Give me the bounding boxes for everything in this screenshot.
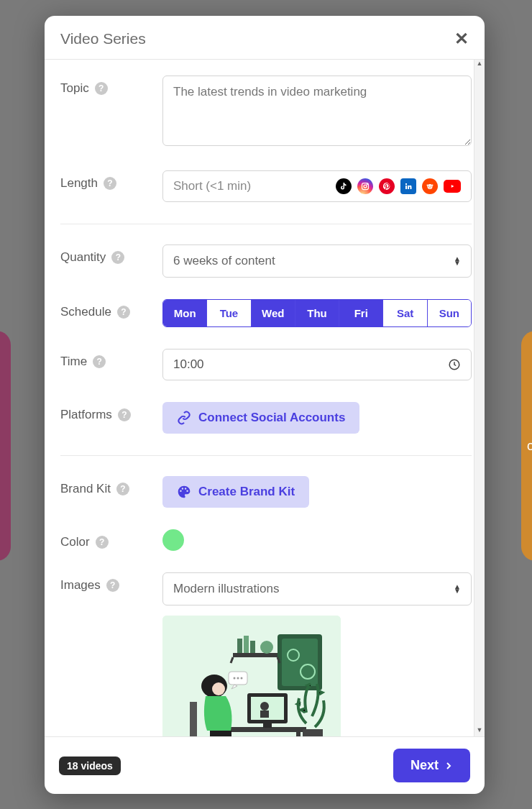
illustration-preview <box>162 616 341 736</box>
schedule-label: Schedule <box>60 305 111 319</box>
modal-footer: 18 videos Next <box>45 736 485 794</box>
svg-rect-21 <box>296 732 301 736</box>
color-label: Color <box>60 535 90 549</box>
help-icon[interactable]: ? <box>118 408 131 421</box>
svg-point-3 <box>428 184 433 189</box>
row-images: Images ? Modern illustrations ▲▼ <box>60 572 472 736</box>
row-color: Color ? <box>60 529 472 551</box>
help-icon[interactable]: ? <box>93 355 106 368</box>
svg-rect-24 <box>263 723 272 728</box>
svg-point-37 <box>237 677 239 680</box>
quantity-select[interactable]: 6 weeks of content ▲▼ <box>162 244 472 278</box>
tiktok-icon <box>336 178 352 194</box>
help-icon[interactable]: ? <box>96 536 109 549</box>
modal-header: Video Series ✕ <box>45 16 485 60</box>
row-topic: Topic ? The latest trends in video marke… <box>60 76 472 149</box>
select-chevron-icon: ▲▼ <box>454 585 461 593</box>
instagram-icon <box>357 178 373 194</box>
modal-title: Video Series <box>60 30 146 47</box>
images-select[interactable]: Modern illustrations ▲▼ <box>162 572 472 605</box>
row-brandkit: Brand Kit ? Create Brand Kit <box>60 476 472 508</box>
svg-rect-19 <box>220 727 306 732</box>
svg-point-36 <box>234 677 236 680</box>
linkedin-icon <box>400 178 416 194</box>
day-toggle-sun[interactable]: Sun <box>428 300 471 326</box>
quantity-label: Quantity <box>60 250 106 265</box>
background-card-left <box>0 331 11 561</box>
row-platforms: Platforms ? Connect Social Accounts <box>60 402 472 434</box>
social-icons <box>336 178 461 194</box>
svg-point-2 <box>367 184 367 185</box>
divider <box>60 224 472 224</box>
create-brand-kit-button[interactable]: Create Brand Kit <box>162 476 309 508</box>
day-toggle-fri[interactable]: Fri <box>339 300 383 326</box>
help-icon[interactable]: ? <box>106 579 119 592</box>
background-card-right: ou <box>521 331 532 561</box>
row-quantity: Quantity ? 6 weeks of content ▲▼ <box>60 244 472 278</box>
scroll-up-arrow[interactable]: ▲ <box>474 60 485 70</box>
day-toggle-sat[interactable]: Sat <box>383 300 427 326</box>
length-value: Short (<1 min) <box>173 179 251 193</box>
help-icon[interactable]: ? <box>95 82 108 95</box>
time-label: Time <box>60 355 87 369</box>
day-toggle-mon[interactable]: Mon <box>163 300 207 326</box>
video-count-badge: 18 videos <box>59 757 121 775</box>
next-button[interactable]: Next <box>393 749 470 782</box>
svg-rect-16 <box>244 636 249 653</box>
topic-textarea[interactable]: The latest trends in video marketing <box>162 76 472 146</box>
link-icon <box>177 411 191 425</box>
day-toggle-thu[interactable]: Thu <box>295 300 339 326</box>
select-chevron-icon: ▲▼ <box>454 257 461 265</box>
day-toggle-wed[interactable]: Wed <box>252 300 295 326</box>
clock-icon <box>448 358 461 371</box>
day-toggle-tue[interactable]: Tue <box>207 300 251 326</box>
chevron-right-icon <box>444 761 453 771</box>
svg-point-7 <box>431 186 431 186</box>
platforms-label: Platforms <box>60 408 112 422</box>
svg-point-38 <box>241 677 243 680</box>
color-swatch[interactable] <box>162 529 184 551</box>
svg-rect-11 <box>282 639 318 686</box>
time-value: 10:00 <box>173 357 204 372</box>
modal-body: ▲ ▼ Topic ? The latest trends in video m… <box>45 60 485 736</box>
svg-rect-26 <box>260 710 269 718</box>
youtube-icon <box>444 180 461 193</box>
help-icon[interactable]: ? <box>104 177 116 190</box>
svg-point-1 <box>364 185 367 188</box>
svg-rect-15 <box>237 639 242 653</box>
length-label: Length <box>60 176 98 191</box>
quantity-value: 6 weeks of content <box>173 254 275 268</box>
palette-icon <box>177 485 191 499</box>
help-icon[interactable]: ? <box>117 306 130 319</box>
scrollbar-track[interactable]: ▲ ▼ <box>474 60 485 736</box>
row-schedule: Schedule ? MonTueWedThuFriSatSun <box>60 299 472 327</box>
help-icon[interactable]: ? <box>116 483 129 495</box>
row-length: Length ? Short (<1 min) <box>60 170 472 202</box>
svg-rect-29 <box>210 731 231 736</box>
reddit-icon <box>422 178 438 194</box>
connect-social-accounts-button[interactable]: Connect Social Accounts <box>162 402 359 434</box>
svg-point-28 <box>212 682 225 695</box>
svg-point-6 <box>428 186 429 186</box>
brandkit-label: Brand Kit <box>60 482 111 496</box>
svg-rect-30 <box>190 702 197 736</box>
svg-rect-14 <box>233 653 278 657</box>
topic-label: Topic <box>60 81 89 96</box>
pinterest-icon <box>379 178 395 194</box>
schedule-day-picker: MonTueWedThuFriSatSun <box>162 299 472 327</box>
scroll-down-arrow[interactable]: ▼ <box>474 726 485 736</box>
svg-point-18 <box>260 641 273 654</box>
divider <box>60 455 472 456</box>
svg-rect-17 <box>250 641 255 653</box>
svg-point-5 <box>427 185 428 186</box>
images-value: Modern illustrations <box>173 582 279 596</box>
close-button[interactable]: ✕ <box>454 29 469 49</box>
video-series-modal: Video Series ✕ ▲ ▼ Topic ? The latest tr… <box>45 16 485 794</box>
row-time: Time ? 10:00 <box>60 349 472 380</box>
time-input[interactable]: 10:00 <box>162 349 472 380</box>
help-icon[interactable]: ? <box>111 251 124 264</box>
length-select[interactable]: Short (<1 min) <box>162 170 472 202</box>
svg-point-4 <box>432 185 434 186</box>
images-label: Images <box>60 578 101 593</box>
svg-rect-34 <box>303 729 323 736</box>
